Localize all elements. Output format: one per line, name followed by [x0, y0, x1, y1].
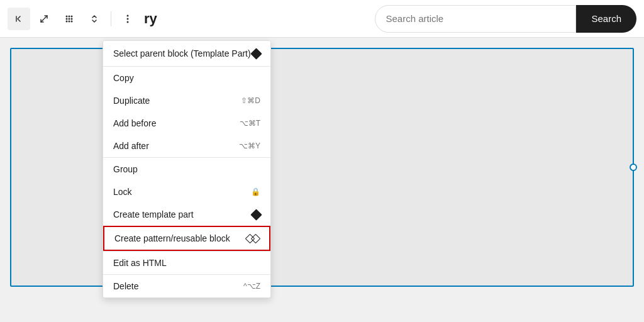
grid-icon: [64, 14, 74, 24]
svg-point-7: [69, 20, 70, 22]
menu-shortcut-diamond: [250, 209, 262, 220]
menu-item-lock[interactable]: Lock 🔒: [103, 180, 270, 203]
menu-item-label: Create template part: [113, 209, 194, 219]
search-input[interactable]: [375, 5, 576, 33]
svg-point-2: [71, 15, 73, 17]
menu-item-label: Copy: [113, 73, 134, 83]
page-title: ry: [144, 11, 157, 27]
menu-section-5: Delete ^⌥Z: [103, 275, 270, 297]
chevron-updown-button[interactable]: [83, 8, 106, 30]
toolbar-separator: [111, 11, 111, 26]
menu-item-delete[interactable]: Delete ^⌥Z: [103, 275, 270, 297]
menu-item-label: Delete: [113, 281, 138, 291]
menu-item-label: Edit as HTML: [113, 258, 167, 268]
menu-shortcut-lock: 🔒: [251, 187, 260, 196]
menu-item-label: Select parent block (Template Part): [113, 48, 251, 58]
toolbar-left: [8, 8, 139, 30]
chevron-updown-icon: [89, 14, 99, 24]
back-button[interactable]: [8, 8, 30, 30]
back-icon: [14, 14, 24, 24]
svg-point-5: [71, 18, 73, 19]
menu-item-create-pattern[interactable]: Create pattern/reusable block: [103, 226, 270, 251]
menu-item-label: Duplicate: [113, 96, 150, 106]
menu-item-label: Group: [113, 164, 138, 174]
svg-point-4: [69, 18, 70, 19]
menu-item-add-before[interactable]: Add before ⌥⌘T: [103, 112, 270, 135]
menu-section-4: Edit as HTML: [103, 252, 270, 275]
svg-point-9: [127, 14, 129, 16]
more-options-icon: [123, 14, 133, 24]
menu-item-group[interactable]: Group: [103, 158, 270, 180]
svg-point-0: [66, 15, 68, 17]
expand-button[interactable]: [33, 8, 55, 30]
svg-point-3: [66, 18, 68, 19]
menu-item-icon-diamond: [250, 48, 262, 59]
menu-item-label: Create pattern/reusable block: [114, 233, 230, 243]
menu-item-label: Add after: [113, 141, 149, 151]
menu-item-create-template-part[interactable]: Create template part: [103, 203, 270, 226]
menu-shortcut: ⌥⌘Y: [239, 142, 260, 150]
menu-item-duplicate[interactable]: Duplicate ⇧⌘D: [103, 89, 270, 112]
edge-handle[interactable]: [630, 164, 637, 171]
menu-section-3: Group Lock 🔒 Create template part Create…: [103, 158, 270, 252]
context-menu: Select parent block (Template Part) Copy…: [103, 40, 271, 298]
svg-point-11: [127, 21, 129, 23]
menu-shortcut: ⌥⌘T: [240, 119, 260, 128]
grid-button[interactable]: [58, 8, 80, 30]
search-button[interactable]: Search: [576, 5, 636, 33]
menu-shortcut: ⇧⌘D: [241, 96, 260, 105]
toolbar: ry Search: [0, 0, 644, 38]
svg-point-6: [66, 20, 68, 22]
menu-shortcut: ^⌥Z: [243, 282, 260, 291]
more-options-button[interactable]: [116, 8, 139, 30]
menu-item-label: Lock: [113, 187, 132, 197]
menu-item-copy[interactable]: Copy: [103, 67, 270, 89]
menu-item-select-parent[interactable]: Select parent block (Template Part): [103, 41, 270, 66]
search-area: Search: [375, 5, 636, 33]
menu-item-label: Add before: [113, 118, 157, 128]
menu-section-2: Copy Duplicate ⇧⌘D Add before ⌥⌘T Add af…: [103, 67, 270, 158]
menu-item-add-after[interactable]: Add after ⌥⌘Y: [103, 135, 270, 157]
menu-shortcut-double-diamond: [247, 235, 259, 242]
svg-point-1: [69, 15, 70, 17]
svg-point-10: [127, 18, 129, 19]
expand-icon: [39, 14, 49, 24]
menu-item-edit-html[interactable]: Edit as HTML: [103, 252, 270, 274]
menu-section-1: Select parent block (Template Part): [103, 41, 270, 67]
svg-point-8: [71, 20, 73, 22]
main-content: Select parent block (Template Part) Copy…: [0, 38, 644, 322]
